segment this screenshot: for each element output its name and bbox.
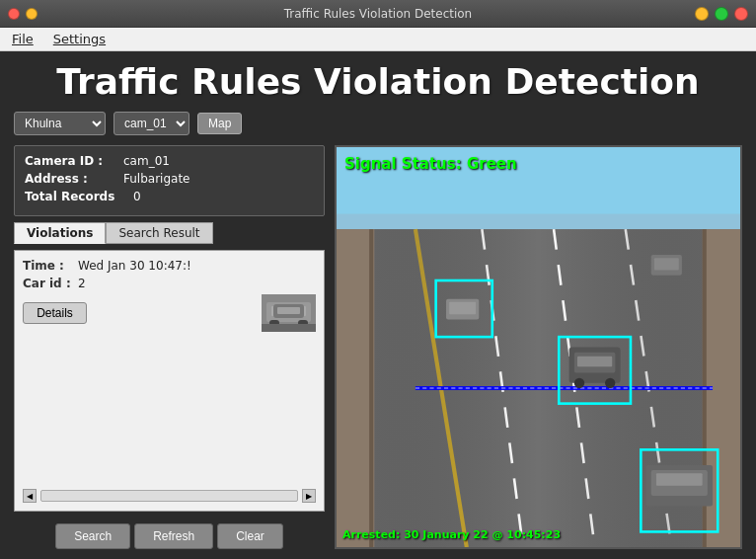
map-button[interactable]: Map <box>197 113 242 134</box>
clear-button[interactable]: Clear <box>217 523 283 549</box>
camera-id-value: cam_01 <box>123 154 170 168</box>
win-maximize-icon[interactable] <box>715 7 728 21</box>
camera-id-row: Camera ID : cam_01 <box>25 154 314 168</box>
records-row: Total Records 0 <box>25 190 314 203</box>
svg-rect-34 <box>656 473 703 485</box>
title-bar: Traffic Rules Violation Detection <box>0 0 756 28</box>
window-title: Traffic Rules Violation Detection <box>284 7 472 21</box>
time-value: Wed Jan 30 10:47:! <box>78 259 191 273</box>
minimize-btn[interactable] <box>26 8 38 20</box>
svg-rect-5 <box>262 324 316 332</box>
time-label: Time : <box>23 259 72 273</box>
camera-feed: Signal Status: Green Arrested: 30 Januar… <box>335 145 742 549</box>
road-scene-svg <box>337 147 740 547</box>
svg-rect-7 <box>277 307 300 314</box>
svg-rect-36 <box>654 258 679 270</box>
address-row: Address : Fulbarigate <box>25 172 314 186</box>
records-label: Total Records <box>25 190 133 203</box>
car-thumbnail <box>262 294 316 332</box>
scroll-bar: ◀ ▶ <box>23 489 316 503</box>
scroll-left-arrow[interactable]: ◀ <box>23 489 37 503</box>
details-button[interactable]: Details <box>23 302 87 324</box>
close-btn[interactable] <box>8 8 20 20</box>
violation-details-row: Details <box>23 294 316 332</box>
address-value: Fulbarigate <box>123 172 189 186</box>
address-label: Address : <box>25 172 123 186</box>
controls-row: Khulna Dhaka Chittagong cam_01 cam_02 ca… <box>14 112 742 135</box>
scroll-track[interactable] <box>40 490 298 502</box>
tab-violations[interactable]: Violations <box>14 222 106 244</box>
tabs-container: Violations Search Result <box>14 222 325 244</box>
camera-info-box: Camera ID : cam_01 Address : Fulbarigate… <box>14 145 325 216</box>
car-thumb-svg <box>262 294 316 332</box>
timestamp-overlay: Arrested: 30 January 22 @ 10:45:23 <box>342 528 561 541</box>
camera-select[interactable]: cam_01 cam_02 cam_03 <box>113 112 189 135</box>
win-close-icon[interactable] <box>734 7 748 21</box>
records-value: 0 <box>133 190 141 203</box>
win-minimize-icon[interactable] <box>695 7 709 21</box>
left-panel: Camera ID : cam_01 Address : Fulbarigate… <box>14 145 325 549</box>
car-id-value: 2 <box>78 277 86 290</box>
app-title: Traffic Rules Violation Detection <box>14 61 742 102</box>
menu-settings[interactable]: Settings <box>49 30 110 48</box>
window-controls <box>8 8 38 20</box>
svg-rect-26 <box>577 357 612 366</box>
menu-bar: File Settings <box>0 28 756 51</box>
svg-rect-11 <box>337 229 374 547</box>
svg-rect-30 <box>449 302 476 314</box>
main-content: Traffic Rules Violation Detection Khulna… <box>0 51 756 559</box>
city-select[interactable]: Khulna Dhaka Chittagong <box>14 112 106 135</box>
svg-rect-12 <box>369 229 373 547</box>
camera-id-label: Camera ID : <box>25 154 123 168</box>
tab-search-result[interactable]: Search Result <box>106 222 212 244</box>
car-id-row: Car id : 2 <box>23 277 316 290</box>
svg-point-27 <box>574 378 584 388</box>
content-area: Camera ID : cam_01 Address : Fulbarigate… <box>14 145 742 549</box>
scroll-right-arrow[interactable]: ▶ <box>302 489 316 503</box>
window-action-btns <box>695 7 748 21</box>
car-id-label: Car id : <box>23 277 72 290</box>
refresh-button[interactable]: Refresh <box>134 523 213 549</box>
svg-point-28 <box>605 378 615 388</box>
signal-status: Signal Status: Green <box>344 155 517 173</box>
bottom-buttons: Search Refresh Clear <box>14 523 325 549</box>
violations-panel: Time : Wed Jan 30 10:47:! Car id : 2 Det… <box>14 250 325 512</box>
time-row: Time : Wed Jan 30 10:47:! <box>23 259 316 273</box>
search-button[interactable]: Search <box>55 523 130 549</box>
road-scene: Signal Status: Green Arrested: 30 Januar… <box>337 147 740 547</box>
menu-file[interactable]: File <box>8 30 38 48</box>
violation-item: Time : Wed Jan 30 10:47:! Car id : 2 Det… <box>23 259 316 332</box>
